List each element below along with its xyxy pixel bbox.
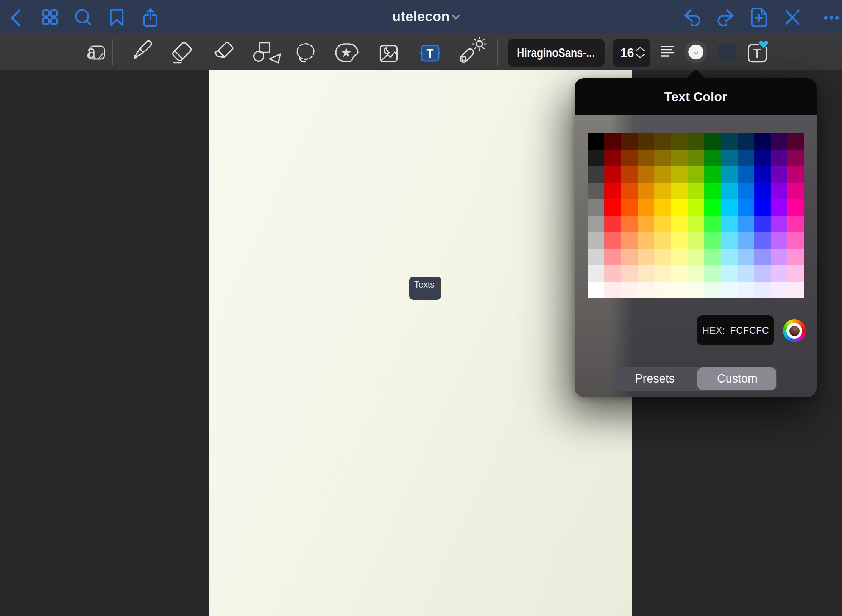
svg-text:HiraginoSans-...: HiraginoSans-... [517,46,595,60]
svg-text:a: a [87,42,96,63]
svg-text:T: T [753,46,761,60]
svg-text:T: T [427,47,434,60]
svg-text:16: 16 [620,46,634,60]
